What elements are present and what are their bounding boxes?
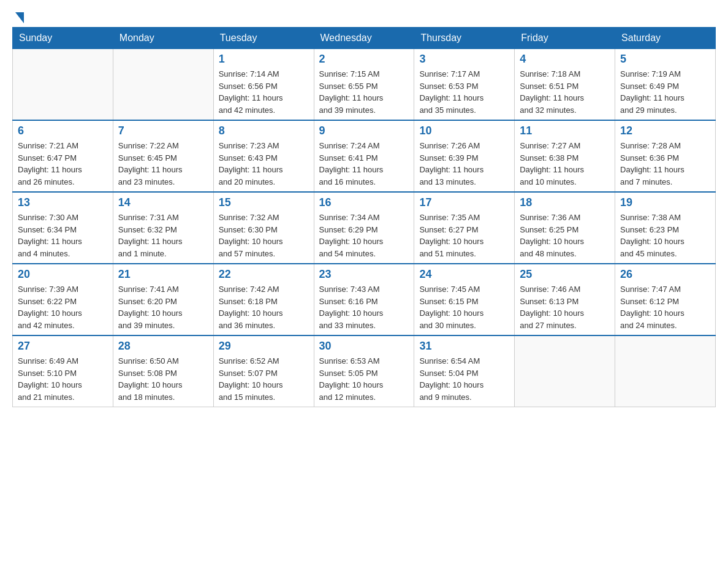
calendar-cell: 21Sunrise: 7:41 AMSunset: 6:20 PMDayligh… — [113, 264, 213, 335]
calendar-cell: 13Sunrise: 7:30 AMSunset: 6:34 PMDayligh… — [13, 192, 113, 264]
logo-general-text — [12, 12, 24, 25]
calendar-day-header: Sunday — [13, 28, 113, 49]
calendar-cell — [515, 335, 615, 407]
calendar-cell: 8Sunrise: 7:23 AMSunset: 6:43 PMDaylight… — [213, 120, 314, 192]
calendar-week-row: 20Sunrise: 7:39 AMSunset: 6:22 PMDayligh… — [13, 264, 716, 335]
page-header — [12, 12, 716, 21]
day-number: 12 — [620, 124, 710, 137]
day-number: 20 — [18, 268, 108, 281]
calendar-cell: 19Sunrise: 7:38 AMSunset: 6:23 PMDayligh… — [615, 192, 716, 264]
calendar-cell — [113, 49, 213, 121]
calendar-cell: 20Sunrise: 7:39 AMSunset: 6:22 PMDayligh… — [13, 264, 113, 335]
day-info: Sunrise: 7:17 AMSunset: 6:53 PMDaylight:… — [419, 68, 509, 116]
calendar-cell: 31Sunrise: 6:54 AMSunset: 5:04 PMDayligh… — [414, 335, 515, 407]
calendar-cell: 25Sunrise: 7:46 AMSunset: 6:13 PMDayligh… — [515, 264, 615, 335]
day-number: 27 — [18, 340, 108, 353]
day-number: 11 — [520, 124, 610, 137]
day-info: Sunrise: 6:52 AMSunset: 5:07 PMDaylight:… — [219, 355, 309, 403]
calendar-week-row: 6Sunrise: 7:21 AMSunset: 6:47 PMDaylight… — [13, 120, 716, 192]
calendar-cell — [615, 335, 716, 407]
calendar-cell — [13, 49, 113, 121]
calendar-cell: 4Sunrise: 7:18 AMSunset: 6:51 PMDaylight… — [515, 49, 615, 121]
calendar-cell: 30Sunrise: 6:53 AMSunset: 5:05 PMDayligh… — [314, 335, 414, 407]
day-info: Sunrise: 7:15 AMSunset: 6:55 PMDaylight:… — [319, 68, 409, 116]
day-info: Sunrise: 7:24 AMSunset: 6:41 PMDaylight:… — [319, 140, 409, 188]
day-number: 23 — [319, 268, 409, 281]
day-number: 26 — [620, 268, 710, 281]
calendar-cell: 5Sunrise: 7:19 AMSunset: 6:49 PMDaylight… — [615, 49, 716, 121]
calendar-cell: 16Sunrise: 7:34 AMSunset: 6:29 PMDayligh… — [314, 192, 414, 264]
calendar-day-header: Monday — [113, 28, 213, 49]
day-info: Sunrise: 7:45 AMSunset: 6:15 PMDaylight:… — [419, 283, 509, 331]
calendar-day-header: Friday — [515, 28, 615, 49]
calendar-cell: 14Sunrise: 7:31 AMSunset: 6:32 PMDayligh… — [113, 192, 213, 264]
day-number: 16 — [319, 196, 409, 209]
day-info: Sunrise: 7:36 AMSunset: 6:25 PMDaylight:… — [520, 212, 610, 259]
day-number: 13 — [18, 196, 108, 209]
calendar-cell: 15Sunrise: 7:32 AMSunset: 6:30 PMDayligh… — [213, 192, 314, 264]
day-info: Sunrise: 6:53 AMSunset: 5:05 PMDaylight:… — [319, 355, 409, 403]
calendar-cell: 18Sunrise: 7:36 AMSunset: 6:25 PMDayligh… — [515, 192, 615, 264]
calendar-cell: 7Sunrise: 7:22 AMSunset: 6:45 PMDaylight… — [113, 120, 213, 192]
calendar-cell: 28Sunrise: 6:50 AMSunset: 5:08 PMDayligh… — [113, 335, 213, 407]
day-number: 30 — [319, 340, 409, 353]
day-info: Sunrise: 7:19 AMSunset: 6:49 PMDaylight:… — [620, 68, 710, 116]
calendar-cell: 29Sunrise: 6:52 AMSunset: 5:07 PMDayligh… — [213, 335, 314, 407]
day-number: 10 — [419, 124, 509, 137]
day-number: 18 — [520, 196, 610, 209]
day-info: Sunrise: 7:42 AMSunset: 6:18 PMDaylight:… — [219, 283, 309, 331]
day-number: 6 — [18, 124, 108, 137]
day-info: Sunrise: 7:32 AMSunset: 6:30 PMDaylight:… — [219, 212, 309, 259]
calendar-cell: 3Sunrise: 7:17 AMSunset: 6:53 PMDaylight… — [414, 49, 515, 121]
day-number: 17 — [419, 196, 509, 209]
day-number: 5 — [620, 53, 710, 66]
day-info: Sunrise: 6:49 AMSunset: 5:10 PMDaylight:… — [18, 355, 108, 403]
day-info: Sunrise: 7:18 AMSunset: 6:51 PMDaylight:… — [520, 68, 610, 116]
day-info: Sunrise: 6:50 AMSunset: 5:08 PMDaylight:… — [118, 355, 208, 403]
calendar-day-header: Wednesday — [314, 28, 414, 49]
calendar-cell: 11Sunrise: 7:27 AMSunset: 6:38 PMDayligh… — [515, 120, 615, 192]
day-info: Sunrise: 7:31 AMSunset: 6:32 PMDaylight:… — [118, 212, 208, 259]
day-info: Sunrise: 7:35 AMSunset: 6:27 PMDaylight:… — [419, 212, 509, 259]
calendar-cell: 12Sunrise: 7:28 AMSunset: 6:36 PMDayligh… — [615, 120, 716, 192]
day-number: 28 — [118, 340, 208, 353]
calendar-cell: 9Sunrise: 7:24 AMSunset: 6:41 PMDaylight… — [314, 120, 414, 192]
calendar-day-header: Thursday — [414, 28, 515, 49]
day-number: 22 — [219, 268, 309, 281]
day-info: Sunrise: 7:30 AMSunset: 6:34 PMDaylight:… — [18, 212, 108, 259]
day-number: 1 — [219, 53, 309, 66]
day-number: 15 — [219, 196, 309, 209]
calendar-header-row: SundayMondayTuesdayWednesdayThursdayFrid… — [13, 28, 716, 49]
day-info: Sunrise: 7:22 AMSunset: 6:45 PMDaylight:… — [118, 140, 208, 188]
day-info: Sunrise: 7:39 AMSunset: 6:22 PMDaylight:… — [18, 283, 108, 331]
calendar-cell: 27Sunrise: 6:49 AMSunset: 5:10 PMDayligh… — [13, 335, 113, 407]
calendar-cell: 10Sunrise: 7:26 AMSunset: 6:39 PMDayligh… — [414, 120, 515, 192]
day-number: 4 — [520, 53, 610, 66]
day-info: Sunrise: 7:26 AMSunset: 6:39 PMDaylight:… — [419, 140, 509, 188]
calendar-week-row: 1Sunrise: 7:14 AMSunset: 6:56 PMDaylight… — [13, 49, 716, 121]
day-number: 9 — [319, 124, 409, 137]
day-info: Sunrise: 7:21 AMSunset: 6:47 PMDaylight:… — [18, 140, 108, 188]
day-number: 24 — [419, 268, 509, 281]
day-number: 31 — [419, 340, 509, 353]
day-info: Sunrise: 7:47 AMSunset: 6:12 PMDaylight:… — [620, 283, 710, 331]
calendar-cell: 22Sunrise: 7:42 AMSunset: 6:18 PMDayligh… — [213, 264, 314, 335]
day-info: Sunrise: 7:38 AMSunset: 6:23 PMDaylight:… — [620, 212, 710, 259]
day-number: 19 — [620, 196, 710, 209]
day-number: 21 — [118, 268, 208, 281]
day-info: Sunrise: 7:14 AMSunset: 6:56 PMDaylight:… — [219, 68, 309, 116]
day-info: Sunrise: 7:34 AMSunset: 6:29 PMDaylight:… — [319, 212, 409, 259]
calendar-day-header: Tuesday — [213, 28, 314, 49]
calendar-cell: 26Sunrise: 7:47 AMSunset: 6:12 PMDayligh… — [615, 264, 716, 335]
calendar-cell: 2Sunrise: 7:15 AMSunset: 6:55 PMDaylight… — [314, 49, 414, 121]
day-info: Sunrise: 7:41 AMSunset: 6:20 PMDaylight:… — [118, 283, 208, 331]
calendar-cell: 1Sunrise: 7:14 AMSunset: 6:56 PMDaylight… — [213, 49, 314, 121]
day-number: 14 — [118, 196, 208, 209]
calendar-table: SundayMondayTuesdayWednesdayThursdayFrid… — [12, 27, 716, 407]
day-number: 2 — [319, 53, 409, 66]
day-info: Sunrise: 7:28 AMSunset: 6:36 PMDaylight:… — [620, 140, 710, 188]
day-number: 29 — [219, 340, 309, 353]
calendar-day-header: Saturday — [615, 28, 716, 49]
day-info: Sunrise: 7:23 AMSunset: 6:43 PMDaylight:… — [219, 140, 309, 188]
calendar-cell: 6Sunrise: 7:21 AMSunset: 6:47 PMDaylight… — [13, 120, 113, 192]
